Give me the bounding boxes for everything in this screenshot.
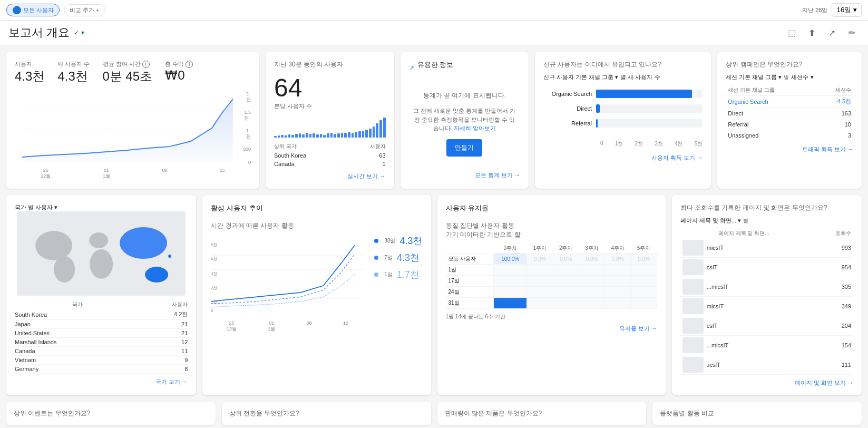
bar-label: Organic Search — [543, 91, 596, 97]
geo-country: Japan — [15, 320, 140, 329]
camp-name: Unassigned — [726, 130, 817, 141]
cohort-card-title: 시간 경과에 따른 사용자 활동 — [211, 221, 422, 230]
geo-view-link[interactable]: 국가 보기 → — [15, 378, 188, 386]
geo-country: United States — [15, 329, 140, 338]
geo-col-country: 국가 — [15, 300, 140, 309]
pages-card: 최다 조회수를 기록한 페이지 및 화면은 무엇인가요? 페이지 제목 및 화면… — [672, 195, 862, 395]
pages-filter-1[interactable]: 페이지 제목 및 화면... ▾ — [680, 217, 741, 225]
svg-text:1천: 1천 — [211, 300, 217, 305]
page-thumbnail — [682, 357, 704, 373]
status-badge[interactable]: ✓ ▾ — [74, 29, 84, 36]
retention-cell — [631, 298, 657, 309]
share-button[interactable]: ⬆ — [804, 25, 820, 41]
acquisition-card: 신규 사용자는 어디에서 유입되고 있나요? 신규 사용자 기본 채널 그룹 ▾… — [535, 52, 711, 189]
pencil-button[interactable]: ✏ — [844, 25, 860, 41]
retention-row-label: 31일 — [446, 298, 494, 309]
y-label-2: 500 — [243, 147, 251, 152]
campaign-table-row: Referral10 — [726, 119, 853, 130]
dropdown-icon: ▾ — [81, 29, 84, 36]
rt-col-country: 상위 국가 — [274, 142, 349, 151]
info-icon-2[interactable]: i — [186, 61, 193, 68]
page-views: 204 — [807, 316, 853, 336]
page-thumbnail — [682, 318, 704, 334]
rt-country: Canada — [274, 160, 349, 168]
axis-label: 1천 — [615, 140, 623, 148]
retention-view-link[interactable]: 유지율 보기 → — [446, 325, 657, 333]
campaign-filter-1[interactable]: 세션 기본 채널 그룹 ▾ — [726, 73, 782, 81]
acquisition-view-link[interactable]: 사용자 획득 보기 → — [543, 154, 703, 162]
map-svg — [15, 211, 188, 296]
trend-button[interactable]: ↗ — [824, 25, 840, 41]
retention-cell — [553, 276, 579, 287]
mini-bar — [337, 133, 340, 138]
bar-track — [596, 119, 703, 128]
geo-country: South Korea — [15, 309, 140, 320]
campaign-view-link[interactable]: 트래픽 획득 보기 → — [726, 145, 853, 153]
learn-more-link[interactable]: 자세히 알아보기 — [454, 125, 496, 131]
bottom-card: 플랫폼별 활동 비교 — [652, 402, 862, 425]
page-views: 349 — [807, 297, 853, 316]
retention-date-label: 1월 14에 끝나는 6주 기간 — [446, 313, 657, 320]
bar-label: Referral — [543, 120, 596, 127]
metric-engagement-label: 평균 참여 시간 i — [103, 60, 153, 68]
pages-view-link[interactable]: 페이지 및 화면 보기 → — [680, 379, 853, 387]
mini-bar — [313, 133, 315, 138]
legend-dot — [374, 256, 378, 260]
retention-cell — [605, 287, 631, 298]
bottom-card: 상위 전환율 무엇인가요? — [222, 402, 431, 425]
bottom-card-title: 판매량이 많은 제품은 무엇인가요? — [445, 409, 639, 418]
info-icon-1[interactable]: i — [142, 61, 150, 68]
retention-cell: 0.0% — [579, 254, 604, 265]
retention-cell — [494, 265, 527, 276]
pages-filter-2: 별 — [743, 217, 748, 225]
make-button[interactable]: 만들기 — [446, 139, 482, 157]
page-thumb-name: micsIT — [680, 238, 807, 258]
top-bar: 🔵 모든 사용자 비교 추가 + 지난 28일 16일 ▾ — [0, 0, 868, 21]
bar-fill — [596, 104, 600, 113]
row-1: 사용자 4.3천 새 사용자 수 4.3천 평균 참여 시간 i 0분 45초 … — [6, 52, 862, 189]
retention-cell — [494, 287, 527, 298]
mini-bars — [274, 116, 386, 138]
realtime-view-link[interactable]: 실시간 보기 → — [274, 172, 386, 180]
useful-view-link[interactable]: 모든 통계 보기 → — [409, 171, 521, 179]
cohort-period-label: 1일 — [384, 271, 393, 278]
useful-text: 통계가 곧 여기에 표시됩니다. — [423, 91, 506, 100]
add-compare-button[interactable]: 비교 추가 + — [64, 4, 105, 16]
cohort-section-title: 활성 사용자 추이 — [211, 203, 262, 213]
useful-title: 유용한 정보 — [417, 60, 454, 70]
metric-new-users: 새 사용자 수 4.3천 — [57, 60, 90, 85]
retention-row: 31일 — [446, 298, 657, 309]
date-range-button[interactable]: 16일 ▾ — [832, 3, 862, 17]
page-thumbnail — [682, 337, 704, 353]
mini-bar — [334, 134, 336, 138]
pages-table-row: csIT 954 — [680, 258, 853, 277]
x-label-1: 25 — [41, 168, 51, 173]
segment-pill[interactable]: 🔵 모든 사용자 — [6, 4, 60, 16]
bar-fill — [596, 90, 692, 98]
geo-table-row: United States21 — [15, 329, 188, 338]
pages-table-row: micsIT 349 — [680, 297, 853, 316]
svg-text:2천: 2천 — [211, 286, 217, 290]
retention-row: 1일 — [446, 265, 657, 276]
svg-text:4천: 4천 — [211, 257, 217, 261]
geo-table: 국가 사용자 South Korea4.2천Japan21United Stat… — [15, 300, 188, 374]
pages-card-title: 최다 조회수를 기록한 페이지 및 화면은 무엇인가요? — [680, 203, 853, 212]
geo-title-filter[interactable]: 국가 별 사용자 ▾ — [15, 203, 188, 211]
svg-point-9 — [145, 267, 168, 283]
rt-country: South Korea — [274, 151, 349, 160]
top-bar-left: 🔵 모든 사용자 비교 추가 + — [6, 4, 105, 16]
edit-button[interactable]: ⬚ — [784, 25, 799, 41]
page-name: ...micsIT — [707, 342, 729, 348]
cohort-period-label: 30일 — [384, 237, 395, 245]
cohort-value-row: 30일 4.3천 — [374, 235, 422, 247]
bar-chart: Organic Search Direct Referral — [543, 85, 703, 138]
mini-bar — [299, 133, 301, 138]
campaign-table-row: Unassigned3 — [726, 130, 853, 141]
mini-bar — [330, 133, 333, 138]
bar-fill — [596, 119, 598, 128]
page-views: 154 — [807, 336, 853, 355]
campaign-filter-3[interactable]: 세션수 ▾ — [791, 73, 813, 81]
acquisition-filter-1[interactable]: 신규 사용자 기본 채널 그룹 ▾ — [543, 73, 618, 81]
mini-bar — [291, 135, 294, 138]
retention-cell — [527, 287, 553, 298]
